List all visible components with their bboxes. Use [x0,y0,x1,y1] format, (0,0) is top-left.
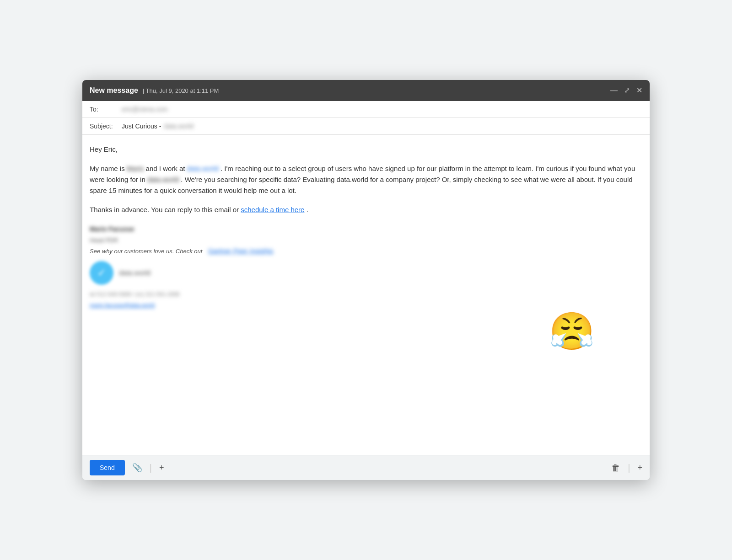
paragraph-1: My name is Mario and I work at data.worl… [90,163,642,196]
footer-right: 🗑 | + [611,463,642,473]
subject-row: Subject: Just Curious - data.world [82,118,650,134]
company-name2-blurred: data.world [147,174,179,185]
more-right-icon[interactable]: + [637,463,642,473]
footer-divider-1: | [150,463,152,473]
expand-button[interactable] [624,87,630,94]
compose-footer: Send 📎 | + 🗑 | + [82,455,650,480]
sender-name-blurred: Mario [127,163,144,174]
paragraph-2: Thanks in advance. You can reply to this… [90,204,642,215]
subject-label: Subject: [90,123,122,130]
company-name-blurred: data.world [187,163,219,174]
sig-logo: ✓ [90,261,113,285]
minimize-button[interactable] [610,87,618,94]
footer-left: Send 📎 | + [90,460,164,475]
emoji-reaction: 😤 [549,313,595,350]
compose-datetime: | Thu, Jul 9, 2020 at 1:11 PM [143,87,219,94]
email-body[interactable]: Hey Eric, My name is Mario and I work at… [82,135,650,455]
close-button[interactable] [636,87,642,94]
footer-divider-2: | [628,463,630,473]
sig-tagline: See why our customers love us. Check out [90,248,202,255]
compose-title: New message [90,86,138,95]
sig-contact: tel 512-949-5889 / (m) 321-591-2896 [90,290,180,299]
sig-title: Head PDR [90,236,118,245]
discard-button[interactable]: 🗑 [611,463,620,473]
schedule-link[interactable]: schedule a time here [241,206,304,213]
sig-tagline-link[interactable]: Gartner Peer Insights [208,245,274,256]
sig-logo-row: ✓ data.world [90,261,642,285]
subject-blurred[interactable]: data.world [164,123,194,130]
to-value[interactable]: eric@ciena.com [122,106,168,113]
to-row: To: eric@ciena.com [82,101,650,118]
attach-icon[interactable]: 📎 [132,463,142,473]
sig-name: Mario Facusse [90,224,134,234]
compose-window: New message | Thu, Jul 9, 2020 at 1:11 P… [82,80,650,480]
email-signature: Mario Facusse Head PDR See why our custo… [90,224,642,310]
sig-company-name: data.world [119,267,151,278]
title-bar-controls [610,87,642,94]
sig-email[interactable]: mario.facusse@data.world [90,301,155,310]
header-fields: To: eric@ciena.com Subject: Just Curious… [82,101,650,135]
title-bar-left: New message | Thu, Jul 9, 2020 at 1:11 P… [90,86,219,95]
more-options-icon[interactable]: + [159,463,164,473]
send-button[interactable]: Send [90,460,125,475]
title-bar: New message | Thu, Jul 9, 2020 at 1:11 P… [82,80,650,101]
to-label: To: [90,106,122,113]
subject-static[interactable]: Just Curious - [122,123,161,130]
greeting: Hey Eric, [90,144,642,155]
